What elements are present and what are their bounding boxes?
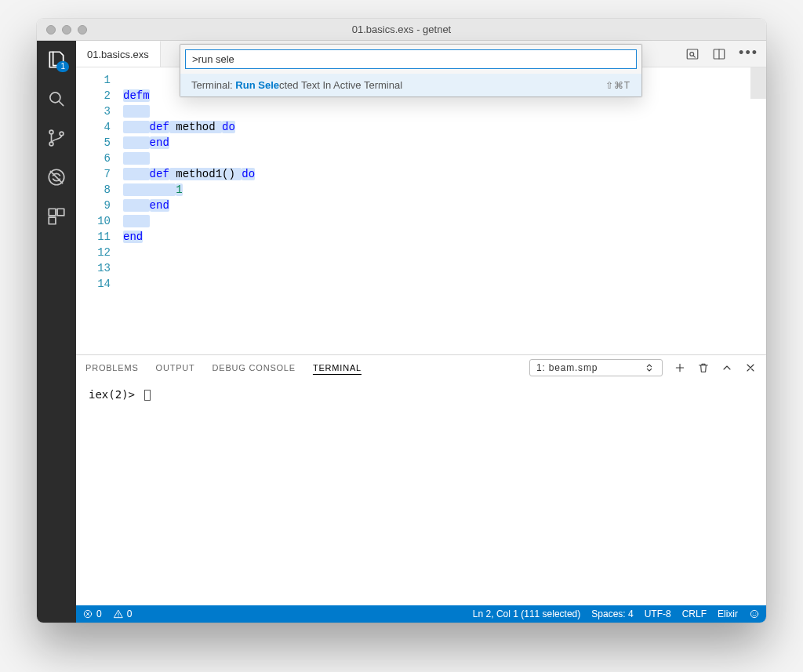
kill-terminal-icon[interactable] <box>697 361 710 374</box>
code-line[interactable] <box>123 151 766 166</box>
smiley-icon <box>749 608 760 619</box>
terminal-selector-label: 1: beam.smp <box>536 362 598 373</box>
status-feedback[interactable] <box>749 608 760 619</box>
window-title: 01.basics.exs - getnet <box>37 24 766 35</box>
editor-column: 01.basics.exs ••• Terminal: Run <box>76 41 766 623</box>
titlebar: 01.basics.exs - getnet <box>37 19 766 41</box>
status-spaces[interactable]: Spaces: 4 <box>591 608 633 619</box>
extensions-icon <box>46 206 67 227</box>
code-line[interactable]: def method do <box>123 119 766 135</box>
code-line[interactable] <box>123 245 766 260</box>
code-line[interactable] <box>123 104 766 119</box>
git-branch-icon <box>46 128 67 148</box>
warning-icon <box>113 608 124 619</box>
tab-file[interactable]: 01.basics.exs <box>76 41 161 67</box>
svg-rect-8 <box>687 49 698 59</box>
more-actions-icon[interactable]: ••• <box>739 45 758 63</box>
explorer-badge: 1 <box>56 61 69 72</box>
command-palette: Terminal: Run Selected Text In Active Te… <box>180 44 642 97</box>
line-number: 9 <box>81 198 111 213</box>
explorer-activity[interactable]: 1 <box>45 49 67 71</box>
line-number: 7 <box>81 166 111 182</box>
panel-tab-output[interactable]: OUTPUT <box>156 363 195 372</box>
line-number: 11 <box>81 229 111 245</box>
tab-label: 01.basics.exs <box>87 49 149 60</box>
bug-icon <box>46 167 67 187</box>
search-icon <box>46 89 67 109</box>
status-warnings[interactable]: 0 <box>113 608 133 619</box>
line-number: 2 <box>81 88 111 104</box>
panel-tab-problems[interactable]: PROBLEMS <box>85 363 139 372</box>
svg-rect-6 <box>57 209 64 216</box>
status-position[interactable]: Ln 2, Col 1 (111 selected) <box>473 608 580 619</box>
editor-actions: ••• <box>685 41 766 67</box>
terminal-body[interactable]: iex(2)> <box>76 380 766 605</box>
code-area[interactable]: defm def method do end def method1() do … <box>120 67 766 354</box>
panel-tabs: PROBLEMS OUTPUT DEBUG CONSOLE TERMINAL 1… <box>76 355 766 380</box>
line-number: 3 <box>81 104 111 119</box>
editor[interactable]: 1234567891011121314 defm def method do e… <box>76 67 766 354</box>
terminal-prompt: iex(2)> <box>89 388 141 401</box>
command-palette-result-shortcut: ⇧⌘T <box>605 80 630 91</box>
code-line[interactable] <box>123 276 766 292</box>
code-line[interactable]: end <box>123 198 766 213</box>
code-line[interactable]: end <box>123 135 766 151</box>
line-number: 13 <box>81 260 111 276</box>
debug-activity[interactable] <box>45 166 67 188</box>
line-number-gutter: 1234567891011121314 <box>76 67 120 354</box>
main-body: 1 <box>37 41 766 623</box>
line-number: 12 <box>81 245 111 260</box>
new-terminal-icon[interactable] <box>674 361 686 374</box>
line-number: 5 <box>81 135 111 151</box>
panel-tab-debug-console[interactable]: DEBUG CONSOLE <box>213 363 296 372</box>
search-in-file-icon[interactable] <box>685 47 699 61</box>
panel: PROBLEMS OUTPUT DEBUG CONSOLE TERMINAL 1… <box>76 354 766 605</box>
line-number: 1 <box>81 72 111 88</box>
line-number: 4 <box>81 119 111 135</box>
activitybar: 1 <box>37 41 76 623</box>
svg-rect-7 <box>49 217 56 224</box>
extensions-activity[interactable] <box>45 205 67 227</box>
line-number: 8 <box>81 182 111 198</box>
panel-tab-terminal[interactable]: TERMINAL <box>313 363 362 372</box>
close-panel-icon[interactable] <box>744 361 757 374</box>
scm-activity[interactable] <box>45 127 67 149</box>
split-editor-icon[interactable] <box>712 47 726 61</box>
line-number: 10 <box>81 213 111 229</box>
command-palette-result[interactable]: Terminal: Run Selected Text In Active Te… <box>180 74 641 96</box>
status-encoding[interactable]: UTF-8 <box>645 608 671 619</box>
statusbar: 0 0 Ln 2, Col 1 (111 selected) Spaces: 4… <box>76 605 766 623</box>
maximize-panel-icon[interactable] <box>721 361 733 374</box>
svg-point-12 <box>750 610 758 617</box>
select-arrows-icon <box>643 361 656 374</box>
terminal-cursor <box>144 390 151 401</box>
code-line[interactable] <box>123 213 766 229</box>
search-activity[interactable] <box>45 88 67 110</box>
panel-actions: 1: beam.smp <box>529 359 757 376</box>
code-line[interactable] <box>123 260 766 276</box>
command-palette-result-label: Terminal: Run Selected Text In Active Te… <box>191 79 402 91</box>
status-language[interactable]: Elixir <box>718 608 738 619</box>
app-window: 01.basics.exs - getnet 1 <box>37 19 766 623</box>
code-line[interactable]: def method1() do <box>123 166 766 182</box>
code-line[interactable]: end <box>123 229 766 245</box>
status-eol[interactable]: CRLF <box>682 608 707 619</box>
line-number: 14 <box>81 276 111 292</box>
terminal-selector[interactable]: 1: beam.smp <box>529 359 663 376</box>
status-errors[interactable]: 0 <box>82 608 102 619</box>
tabs: 01.basics.exs <box>76 41 161 67</box>
command-palette-input[interactable] <box>185 49 637 69</box>
svg-rect-5 <box>49 209 56 216</box>
minimap[interactable] <box>750 67 766 99</box>
error-icon <box>82 608 93 619</box>
code-line[interactable]: 1 <box>123 182 766 198</box>
line-number: 6 <box>81 151 111 166</box>
